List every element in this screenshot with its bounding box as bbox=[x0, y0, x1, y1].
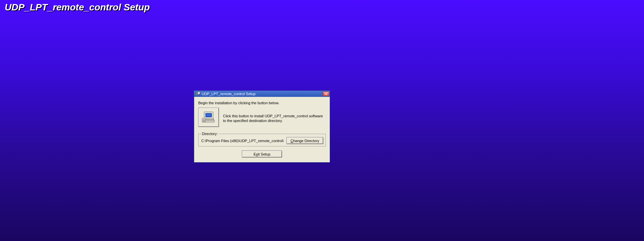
exit-rest: it Setup bbox=[258, 152, 270, 156]
directory-legend: Directory: bbox=[201, 132, 218, 136]
dialog-body: Begin the installation by clicking the b… bbox=[194, 97, 330, 162]
close-icon: ✕ bbox=[325, 92, 327, 96]
install-description: Click this button to install UDP_LPT_rem… bbox=[223, 108, 326, 123]
close-button[interactable]: ✕ bbox=[323, 92, 329, 96]
setup-dialog: UDP_LPT_remote_control Setup ✕ Begin the… bbox=[194, 91, 330, 163]
svg-rect-7 bbox=[206, 114, 211, 117]
installer-icon bbox=[196, 92, 200, 96]
directory-group: Directory: C:\Program Files (x86)\UDP_LP… bbox=[198, 132, 326, 146]
change-directory-button[interactable]: Change Directory bbox=[286, 137, 323, 144]
svg-point-11 bbox=[203, 119, 205, 121]
exit-setup-button[interactable]: Exit Setup bbox=[242, 150, 282, 158]
install-button[interactable] bbox=[198, 108, 219, 127]
change-dir-mnemonic: C bbox=[290, 139, 293, 143]
dialog-titlebar[interactable]: UDP_LPT_remote_control Setup ✕ bbox=[194, 91, 330, 97]
instruction-text: Begin the installation by clicking the b… bbox=[198, 101, 326, 105]
svg-rect-4 bbox=[198, 93, 200, 93]
directory-path: C:\Program Files (x86)\UDP_LPT_remote_co… bbox=[201, 138, 284, 143]
computer-install-icon bbox=[201, 109, 216, 125]
change-dir-label-rest: hange Directory bbox=[293, 139, 319, 143]
installer-backdrop-title: UDP_LPT_remote_control Setup bbox=[5, 2, 150, 13]
dialog-title: UDP_LPT_remote_control Setup bbox=[202, 91, 256, 97]
svg-rect-3 bbox=[198, 93, 200, 93]
svg-rect-12 bbox=[203, 121, 205, 122]
